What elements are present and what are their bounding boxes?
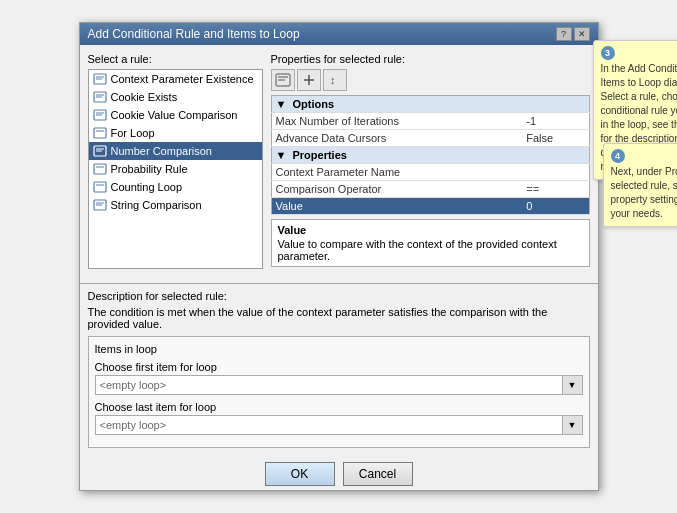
rule-icon-cookie [93, 90, 107, 104]
bottom-buttons: OK Cancel [80, 456, 598, 490]
last-item-label: Choose last item for loop [95, 401, 583, 413]
rule-label: Counting Loop [111, 181, 183, 193]
last-item-row: Choose last item for loop <empty loop> ▼ [95, 401, 583, 435]
rule-label: Number Comparison [111, 145, 212, 157]
rule-label: For Loop [111, 127, 155, 139]
rule-item-for-loop[interactable]: For Loop [89, 124, 262, 142]
rule-icon-number [93, 144, 107, 158]
properties-section-header: ▼ Properties [271, 147, 589, 164]
options-label: Options [292, 98, 334, 110]
rule-label: Cookie Value Comparison [111, 109, 238, 121]
ok-button[interactable]: OK [265, 462, 335, 486]
prop-name: Advance Data Cursors [271, 130, 522, 147]
props-toolbar: ↕ [271, 69, 590, 91]
tooltip-number-2: 4 [611, 149, 625, 163]
properties-label: Properties for selected rule: [271, 53, 590, 65]
options-section-header: ▼ Options [271, 96, 589, 113]
rules-list[interactable]: Context Parameter Existence Cookie Exist… [88, 69, 263, 269]
rule-item-context-param-existence[interactable]: Context Parameter Existence [89, 70, 262, 88]
first-item-row: Choose first item for loop <empty loop> … [95, 361, 583, 395]
rule-icon-counting [93, 180, 107, 194]
rule-item-counting-loop[interactable]: Counting Loop [89, 178, 262, 196]
rule-item-cookie-value[interactable]: Cookie Value Comparison [89, 106, 262, 124]
desc-text: Value to compare with the context of the… [278, 238, 583, 262]
properties-triangle: ▼ [276, 149, 287, 161]
properties-table: ▼ Options Max Number of Iterations -1 Ad… [271, 95, 590, 215]
title-bar-buttons: ? ✕ [556, 27, 590, 41]
left-panel: Select a rule: Context Parameter Existen… [88, 53, 263, 269]
bottom-section: Description for selected rule: The condi… [80, 290, 598, 456]
svg-rect-16 [94, 182, 106, 192]
tooltip-text-2: Next, under Properties for selected rule… [611, 166, 678, 219]
items-in-loop-label: Items in loop [95, 343, 583, 355]
table-row-value-selected[interactable]: Value 0 [271, 198, 589, 215]
first-item-combo[interactable]: <empty loop> ▼ [95, 375, 583, 395]
rule-icon-for-loop [93, 126, 107, 140]
select-rule-label: Select a rule: [88, 53, 263, 65]
separator-1 [80, 283, 598, 284]
svg-text:↕: ↕ [330, 74, 336, 86]
table-row: Context Parameter Name [271, 164, 589, 181]
prop-name: Max Number of Iterations [271, 113, 522, 130]
last-item-value: <empty loop> [96, 416, 562, 434]
rule-label: Cookie Exists [111, 91, 178, 103]
main-columns: Select a rule: Context Parameter Existen… [88, 53, 590, 269]
rule-label: Context Parameter Existence [111, 73, 254, 85]
rule-icon-string [93, 198, 107, 212]
last-item-combo[interactable]: <empty loop> ▼ [95, 415, 583, 435]
right-panel: Properties for selected rule: ↕ [271, 53, 590, 269]
prop-value-value[interactable]: 0 [522, 198, 589, 215]
toolbar-btn-3[interactable]: ↕ [323, 69, 347, 91]
dialog-body: Select a rule: Context Parameter Existen… [80, 45, 598, 277]
tooltip-bubble-2: 4 Next, under Properties for selected ru… [603, 143, 678, 227]
svg-rect-14 [94, 164, 106, 174]
rule-item-probability[interactable]: Probability Rule [89, 160, 262, 178]
help-button[interactable]: ? [556, 27, 572, 41]
rule-icon-cookie-val [93, 108, 107, 122]
description-box: Value Value to compare with the context … [271, 219, 590, 267]
close-button[interactable]: ✕ [574, 27, 590, 41]
prop-value-comparison[interactable]: == [522, 181, 589, 198]
prop-value[interactable]: -1 [522, 113, 589, 130]
rule-item-string-comparison[interactable]: String Comparison [89, 196, 262, 214]
desc-title: Value [278, 224, 583, 236]
rule-label: String Comparison [111, 199, 202, 211]
prop-name-comparison: Comparison Operator [271, 181, 522, 198]
rule-icon-probability [93, 162, 107, 176]
items-in-loop-box: Items in loop Choose first item for loop… [88, 336, 590, 448]
toolbar-btn-1[interactable] [271, 69, 295, 91]
last-item-dropdown-arrow[interactable]: ▼ [562, 416, 582, 434]
rule-item-number-comparison[interactable]: Number Comparison [89, 142, 262, 160]
properties-section-label: Properties [292, 149, 346, 161]
prop-name-value: Value [271, 198, 522, 215]
first-item-label: Choose first item for loop [95, 361, 583, 373]
first-item-value: <empty loop> [96, 376, 562, 394]
prop-name-context: Context Parameter Name [271, 164, 522, 181]
title-bar: Add Conditional Rule and Items to Loop ?… [80, 23, 598, 45]
prop-value[interactable]: False [522, 130, 589, 147]
tooltip-number-1: 3 [601, 46, 615, 60]
description-text: The condition is met when the value of t… [88, 306, 590, 330]
description-label: Description for selected rule: [88, 290, 590, 302]
prop-value-context[interactable] [522, 164, 589, 181]
rule-icon-context [93, 72, 107, 86]
dialog: Add Conditional Rule and Items to Loop ?… [79, 22, 599, 491]
options-triangle: ▼ [276, 98, 287, 110]
toolbar-btn-2[interactable] [297, 69, 321, 91]
svg-rect-9 [94, 128, 106, 138]
table-row: Advance Data Cursors False [271, 130, 589, 147]
table-row: Max Number of Iterations -1 [271, 113, 589, 130]
rule-label: Probability Rule [111, 163, 188, 175]
dialog-title: Add Conditional Rule and Items to Loop [88, 27, 300, 41]
first-item-dropdown-arrow[interactable]: ▼ [562, 376, 582, 394]
rule-item-cookie-exists[interactable]: Cookie Exists [89, 88, 262, 106]
cancel-button[interactable]: Cancel [343, 462, 413, 486]
table-row: Comparison Operator == [271, 181, 589, 198]
